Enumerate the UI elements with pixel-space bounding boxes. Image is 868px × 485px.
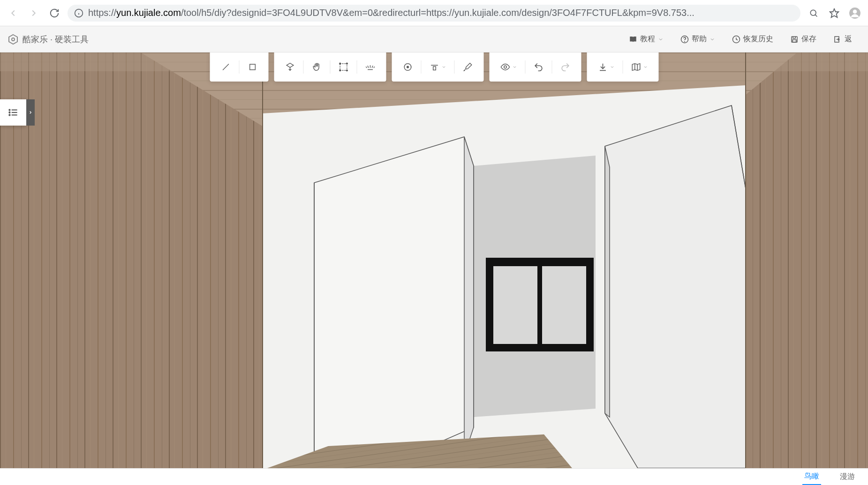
- chevron-down-icon: [610, 65, 614, 69]
- zoom-icon[interactable]: [806, 6, 821, 21]
- toolbar-group-paint: [392, 52, 483, 82]
- svg-rect-14: [793, 39, 796, 42]
- chevron-down-icon: [643, 65, 648, 69]
- svg-point-75: [9, 114, 10, 115]
- target-tool[interactable]: [395, 56, 420, 78]
- book-icon: [629, 35, 637, 44]
- light-tool[interactable]: [358, 56, 382, 78]
- svg-rect-64: [433, 67, 436, 70]
- svg-rect-47: [249, 64, 255, 70]
- svg-marker-34: [314, 137, 474, 468]
- toolbar-group-export: [587, 52, 658, 82]
- url-bar[interactable]: https://yun.kujiale.com/tool/h5/diy?desi…: [68, 5, 800, 22]
- svg-marker-48: [287, 63, 294, 67]
- save-label: 保存: [801, 34, 816, 44]
- line-tool[interactable]: [213, 56, 238, 78]
- chevron-down-icon: [709, 37, 715, 42]
- browser-back-button[interactable]: [6, 6, 21, 21]
- undo-button[interactable]: [526, 56, 551, 78]
- svg-line-58: [372, 66, 373, 68]
- profile-icon[interactable]: [847, 6, 862, 21]
- help-label: 帮助: [692, 34, 707, 44]
- svg-point-62: [407, 66, 408, 68]
- site-info-icon[interactable]: [74, 8, 83, 18]
- svg-rect-42: [542, 266, 586, 344]
- browser-reload-button[interactable]: [47, 6, 62, 21]
- svg-point-53: [339, 70, 340, 71]
- select-area-tool[interactable]: [331, 56, 355, 78]
- svg-line-4: [815, 15, 817, 16]
- browser-forward-button[interactable]: [26, 6, 41, 21]
- chevron-right-icon: [28, 109, 33, 116]
- toolbar-group-edit: [274, 52, 386, 82]
- extrude-tool[interactable]: [278, 56, 302, 78]
- rect-tool[interactable]: [240, 56, 264, 78]
- hexagon-logo-icon: [8, 34, 19, 45]
- svg-marker-8: [9, 35, 17, 44]
- list-icon: [7, 106, 19, 119]
- download-tool[interactable]: [590, 56, 621, 78]
- svg-marker-5: [830, 8, 838, 17]
- visibility-tool[interactable]: [493, 56, 524, 78]
- map-tool[interactable]: [624, 56, 655, 78]
- bookmark-icon[interactable]: [827, 6, 842, 21]
- panel-toggle[interactable]: [0, 99, 26, 126]
- svg-point-65: [504, 66, 506, 68]
- app-header: 酷家乐 · 硬装工具 教程 帮助 恢复历史 保存 返: [0, 26, 868, 52]
- svg-point-54: [346, 70, 347, 71]
- chevron-down-icon: [441, 65, 446, 69]
- svg-line-59: [366, 67, 367, 68]
- align-tool[interactable]: [422, 56, 453, 78]
- svg-point-71: [9, 110, 10, 111]
- redo-button[interactable]: [553, 56, 577, 78]
- svg-rect-41: [493, 266, 537, 344]
- hand-tool[interactable]: [304, 56, 329, 78]
- brush-tool[interactable]: [455, 56, 480, 78]
- svg-point-52: [346, 63, 347, 64]
- chevron-down-icon: [658, 37, 664, 42]
- svg-line-60: [373, 67, 374, 68]
- back-label: 返: [845, 34, 852, 44]
- toolbar-group-view: [489, 52, 581, 82]
- panel-expand-handle[interactable]: [26, 99, 35, 126]
- floating-toolbar: [210, 52, 658, 82]
- svg-point-11: [685, 41, 685, 42]
- svg-marker-29: [746, 52, 868, 468]
- save-button[interactable]: 保存: [782, 34, 825, 44]
- help-icon: [680, 35, 689, 44]
- svg-line-57: [368, 66, 369, 68]
- back-button[interactable]: 返: [825, 34, 860, 44]
- save-icon: [790, 35, 799, 44]
- svg-marker-68: [632, 64, 640, 71]
- help-menu[interactable]: 帮助: [672, 34, 724, 44]
- svg-point-3: [810, 10, 816, 15]
- exit-icon: [833, 35, 842, 44]
- svg-point-73: [9, 112, 10, 113]
- browser-bar: https://yun.kujiale.com/tool/h5/diy?desi…: [0, 0, 868, 26]
- svg-marker-28: [0, 52, 263, 468]
- svg-marker-35: [464, 137, 474, 455]
- bottom-bar: 鸟瞰 漫游: [0, 468, 868, 485]
- svg-marker-37: [605, 105, 746, 468]
- chevron-down-icon: [512, 65, 517, 69]
- tutorial-menu[interactable]: 教程: [620, 34, 672, 44]
- app-logo[interactable]: 酷家乐 · 硬装工具: [8, 34, 89, 45]
- design-canvas[interactable]: [0, 52, 868, 468]
- 3d-scene: [0, 52, 868, 468]
- app-title: 酷家乐 · 硬装工具: [23, 34, 89, 45]
- url-text: https://yun.kujiale.com/tool/h5/diy?desi…: [88, 7, 794, 18]
- bird-view-tab[interactable]: 鸟瞰: [802, 469, 821, 485]
- restore-label: 恢复历史: [743, 34, 773, 44]
- history-icon: [732, 35, 740, 44]
- toolbar-group-draw: [210, 52, 268, 82]
- roam-view-tab[interactable]: 漫游: [838, 469, 857, 485]
- tutorial-label: 教程: [640, 34, 655, 44]
- svg-point-7: [853, 9, 857, 14]
- svg-line-46: [223, 64, 229, 70]
- restore-history-button[interactable]: 恢复历史: [724, 34, 782, 44]
- svg-rect-50: [340, 64, 347, 71]
- svg-point-9: [12, 38, 15, 41]
- svg-marker-38: [605, 146, 610, 417]
- svg-point-51: [339, 63, 340, 64]
